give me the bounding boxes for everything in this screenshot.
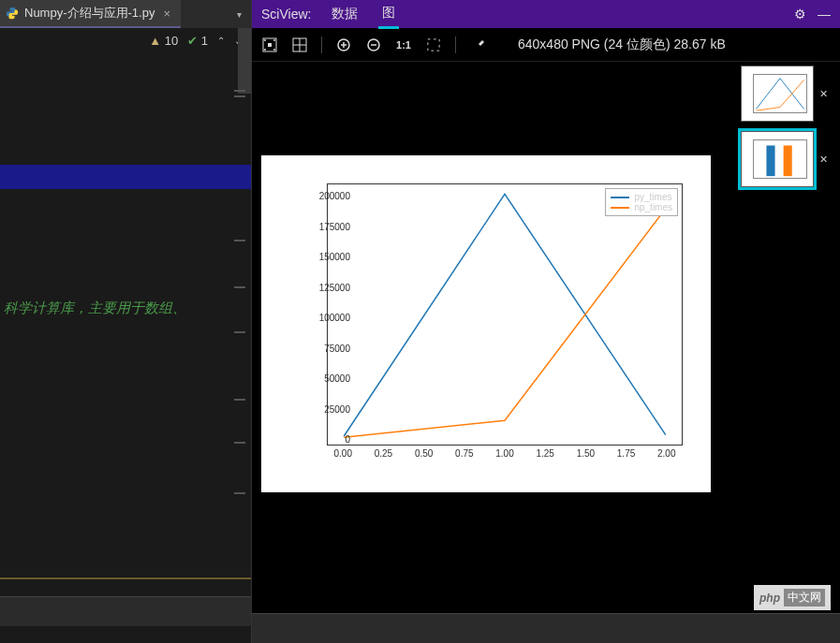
tab-plot[interactable]: 图 — [378, 0, 399, 29]
warning-icon: ▲ — [149, 34, 161, 48]
check-icon: ✔ — [187, 34, 198, 48]
check-indicator[interactable]: ✔ 1 — [187, 34, 208, 48]
x-tick-label: 0.50 — [415, 448, 433, 459]
svg-point-5 — [273, 49, 275, 51]
watermark-cn: 中文网 — [784, 589, 825, 606]
tab-filename: Numpy-介绍与应用-1.py — [24, 5, 155, 22]
y-tick-label: 100000 — [303, 313, 350, 323]
warning-indicator[interactable]: ▲ 10 — [149, 34, 178, 48]
minimap-ticks — [227, 52, 245, 643]
image-info-text: 640x480 PNG (24 位颜色) 28.67 kB — [518, 37, 726, 53]
watermark: php 中文网 — [754, 585, 831, 610]
zoom-in-icon[interactable] — [335, 37, 352, 53]
svg-rect-1 — [268, 43, 272, 47]
svg-rect-14 — [428, 38, 439, 50]
fit-screen-icon[interactable] — [261, 37, 278, 53]
watermark-brand: php — [759, 592, 780, 605]
python-file-icon — [6, 7, 19, 20]
editor-tab-bar: Numpy-介绍与应用-1.py × ▾ — [0, 0, 251, 28]
sciview-panel: SciView: 数据 图 ⚙ — 1:1 — [252, 0, 840, 643]
thumbnail-2-close-icon[interactable]: ✕ — [819, 153, 828, 166]
editor-selection-line — [0, 165, 251, 189]
y-tick-label: 200000 — [303, 191, 350, 201]
legend-label-py: py_times — [634, 192, 671, 202]
legend-swatch-py — [611, 197, 629, 198]
y-tick-label: 125000 — [303, 282, 350, 292]
x-tick-label: 1.25 — [536, 448, 553, 459]
editor-panel: Numpy-介绍与应用-1.py × ▾ ▲ 10 ✔ 1 ⌃ ⌄ 科学计算库，… — [0, 0, 252, 643]
tab-dropdown-icon[interactable]: ▾ — [228, 9, 251, 20]
chart-viewer[interactable]: py_times np_times 0250005000075000100000… — [252, 62, 737, 643]
chart-canvas: py_times np_times 0250005000075000100000… — [261, 155, 711, 492]
color-picker-icon[interactable] — [469, 37, 486, 53]
thumbnail-1[interactable] — [741, 66, 814, 122]
code-comment-text: 科学计算库，主要用于数组、 — [4, 300, 186, 317]
y-tick-label: 150000 — [303, 252, 350, 262]
thumbnail-panel: ✕ ✕ — [737, 62, 840, 643]
y-tick-label: 0 — [303, 434, 350, 445]
x-tick-label: 1.75 — [617, 448, 635, 459]
zoom-out-icon[interactable] — [365, 37, 382, 53]
status-chevron-icon[interactable]: ⌃ — [217, 36, 225, 46]
x-tick-label: 2.00 — [657, 448, 675, 459]
x-tick-label: 0.75 — [455, 448, 473, 459]
image-toolbar: 1:1 640x480 PNG (24 位颜色) 28.67 kB — [252, 28, 840, 62]
chart-legend: py_times np_times — [605, 188, 678, 216]
editor-status-bar: ▲ 10 ✔ 1 ⌃ ⌄ — [0, 28, 251, 52]
svg-rect-15 — [766, 145, 774, 176]
editor-body[interactable]: 科学计算库，主要用于数组、 — [0, 52, 251, 643]
x-tick-label: 1.00 — [495, 448, 513, 459]
tab-close-icon[interactable]: × — [160, 7, 173, 21]
y-tick-label: 175000 — [303, 221, 350, 231]
sciview-title: SciView: — [261, 7, 311, 22]
y-tick-label: 50000 — [303, 373, 350, 384]
thumbnail-1-close-icon[interactable]: ✕ — [819, 88, 828, 100]
svg-rect-16 — [784, 145, 792, 176]
svg-point-4 — [264, 49, 266, 51]
y-tick-label: 75000 — [303, 343, 350, 353]
svg-point-2 — [264, 39, 266, 41]
x-tick-label: 0.25 — [375, 448, 392, 459]
y-tick-label: 25000 — [303, 403, 350, 414]
thumbnail-2[interactable] — [741, 131, 814, 187]
svg-point-3 — [273, 39, 275, 41]
x-tick-label: 0.00 — [334, 448, 352, 459]
editor-highlight-line — [0, 577, 251, 579]
fullscreen-icon[interactable] — [425, 37, 442, 53]
x-tick-label: 1.50 — [577, 448, 595, 459]
legend-swatch-np — [611, 207, 629, 209]
legend-label-np: np_times — [634, 202, 672, 212]
gear-icon[interactable]: ⚙ — [794, 7, 806, 22]
plot-area — [327, 183, 683, 446]
zoom-11-button[interactable]: 1:1 — [395, 37, 412, 53]
grid-icon[interactable] — [291, 37, 308, 53]
sciview-header: SciView: 数据 图 ⚙ — — [252, 0, 840, 28]
editor-tab[interactable]: Numpy-介绍与应用-1.py × — [0, 0, 181, 28]
sciview-bottom-bar — [252, 613, 840, 643]
editor-bottom-bar — [0, 596, 251, 626]
tab-data[interactable]: 数据 — [328, 1, 361, 27]
minimize-icon[interactable]: — — [818, 7, 831, 22]
